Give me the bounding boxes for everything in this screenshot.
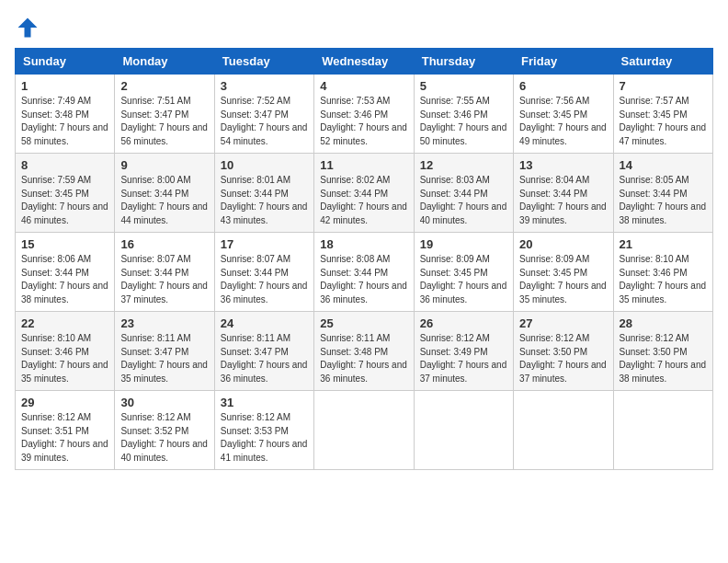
day-cell-16: 16Sunrise: 8:07 AMSunset: 3:44 PMDayligh… [115, 233, 214, 312]
day-cell-1: 1Sunrise: 7:49 AMSunset: 3:48 PMDaylight… [16, 75, 115, 154]
day-number: 1 [21, 79, 108, 93]
week-row-4: 22Sunrise: 8:10 AMSunset: 3:46 PMDayligh… [16, 312, 713, 391]
day-number: 24 [221, 316, 308, 330]
day-info: Sunrise: 8:04 AMSunset: 3:44 PMDaylight:… [519, 174, 607, 227]
day-info: Sunrise: 8:07 AMSunset: 3:44 PMDaylight:… [221, 253, 308, 306]
day-number: 3 [221, 79, 308, 93]
logo [15, 15, 44, 40]
day-info: Sunrise: 8:12 AMSunset: 3:49 PMDaylight:… [420, 332, 507, 385]
day-info: Sunrise: 8:11 AMSunset: 3:47 PMDaylight:… [120, 332, 208, 385]
header-friday: Friday [514, 49, 613, 75]
empty-cell [414, 391, 513, 470]
day-number: 29 [21, 396, 108, 409]
day-cell-18: 18Sunrise: 8:08 AMSunset: 3:44 PMDayligh… [314, 233, 414, 312]
day-number: 6 [519, 79, 607, 93]
day-cell-8: 8Sunrise: 7:59 AMSunset: 3:45 PMDaylight… [16, 154, 115, 233]
day-cell-31: 31Sunrise: 8:12 AMSunset: 3:53 PMDayligh… [214, 391, 313, 470]
day-cell-15: 15Sunrise: 8:06 AMSunset: 3:44 PMDayligh… [16, 233, 115, 312]
day-info: Sunrise: 8:00 AMSunset: 3:44 PMDaylight:… [120, 174, 208, 227]
day-cell-27: 27Sunrise: 8:12 AMSunset: 3:50 PMDayligh… [514, 312, 613, 391]
day-info: Sunrise: 8:05 AMSunset: 3:44 PMDaylight:… [620, 174, 707, 227]
day-number: 25 [320, 316, 407, 330]
day-number: 14 [620, 158, 707, 172]
day-info: Sunrise: 8:10 AMSunset: 3:46 PMDaylight:… [620, 253, 707, 306]
day-info: Sunrise: 7:59 AMSunset: 3:45 PMDaylight:… [21, 174, 108, 227]
day-info: Sunrise: 8:12 AMSunset: 3:51 PMDaylight:… [21, 411, 108, 465]
day-number: 16 [120, 237, 208, 251]
week-row-3: 15Sunrise: 8:06 AMSunset: 3:44 PMDayligh… [16, 233, 713, 312]
day-cell-30: 30Sunrise: 8:12 AMSunset: 3:52 PMDayligh… [115, 391, 214, 470]
day-cell-24: 24Sunrise: 8:11 AMSunset: 3:47 PMDayligh… [214, 312, 313, 391]
day-cell-25: 25Sunrise: 8:11 AMSunset: 3:48 PMDayligh… [314, 312, 414, 391]
day-number: 4 [320, 79, 407, 93]
day-number: 12 [420, 158, 507, 172]
header-sunday: Sunday [16, 49, 115, 75]
day-cell-23: 23Sunrise: 8:11 AMSunset: 3:47 PMDayligh… [115, 312, 214, 391]
day-number: 10 [221, 158, 308, 172]
day-info: Sunrise: 8:03 AMSunset: 3:44 PMDaylight:… [420, 174, 507, 227]
day-number: 19 [420, 237, 507, 251]
day-number: 11 [320, 158, 407, 172]
day-cell-10: 10Sunrise: 8:01 AMSunset: 3:44 PMDayligh… [214, 154, 313, 233]
day-number: 17 [221, 237, 308, 251]
week-row-2: 8Sunrise: 7:59 AMSunset: 3:45 PMDaylight… [16, 154, 713, 233]
day-number: 20 [519, 237, 607, 251]
day-info: Sunrise: 8:11 AMSunset: 3:48 PMDaylight:… [320, 332, 407, 385]
day-cell-21: 21Sunrise: 8:10 AMSunset: 3:46 PMDayligh… [613, 233, 712, 312]
day-cell-22: 22Sunrise: 8:10 AMSunset: 3:46 PMDayligh… [16, 312, 115, 391]
day-info: Sunrise: 8:01 AMSunset: 3:44 PMDaylight:… [221, 174, 308, 227]
day-number: 30 [120, 396, 208, 409]
day-info: Sunrise: 8:09 AMSunset: 3:45 PMDaylight:… [420, 253, 507, 306]
calendar-table: SundayMondayTuesdayWednesdayThursdayFrid… [15, 48, 713, 470]
day-cell-20: 20Sunrise: 8:09 AMSunset: 3:45 PMDayligh… [514, 233, 613, 312]
day-info: Sunrise: 7:56 AMSunset: 3:45 PMDaylight:… [519, 95, 607, 148]
day-cell-26: 26Sunrise: 8:12 AMSunset: 3:49 PMDayligh… [414, 312, 513, 391]
day-cell-7: 7Sunrise: 7:57 AMSunset: 3:45 PMDaylight… [613, 75, 712, 154]
day-number: 5 [420, 79, 507, 93]
empty-cell [613, 391, 712, 470]
day-cell-19: 19Sunrise: 8:09 AMSunset: 3:45 PMDayligh… [414, 233, 513, 312]
day-info: Sunrise: 8:07 AMSunset: 3:44 PMDaylight:… [120, 253, 208, 306]
day-cell-3: 3Sunrise: 7:52 AMSunset: 3:47 PMDaylight… [214, 75, 313, 154]
day-cell-12: 12Sunrise: 8:03 AMSunset: 3:44 PMDayligh… [414, 154, 513, 233]
day-cell-9: 9Sunrise: 8:00 AMSunset: 3:44 PMDaylight… [115, 154, 214, 233]
empty-cell [514, 391, 613, 470]
day-cell-14: 14Sunrise: 8:05 AMSunset: 3:44 PMDayligh… [613, 154, 712, 233]
day-number: 23 [120, 316, 208, 330]
day-cell-17: 17Sunrise: 8:07 AMSunset: 3:44 PMDayligh… [214, 233, 313, 312]
day-number: 13 [519, 158, 607, 172]
empty-cell [314, 391, 414, 470]
logo-icon [15, 15, 40, 40]
header-saturday: Saturday [613, 49, 712, 75]
svg-marker-0 [18, 18, 38, 38]
day-info: Sunrise: 8:08 AMSunset: 3:44 PMDaylight:… [320, 253, 407, 306]
day-number: 26 [420, 316, 507, 330]
header-thursday: Thursday [414, 49, 513, 75]
day-number: 28 [620, 316, 707, 330]
day-cell-13: 13Sunrise: 8:04 AMSunset: 3:44 PMDayligh… [514, 154, 613, 233]
page-header [15, 15, 713, 40]
day-cell-5: 5Sunrise: 7:55 AMSunset: 3:46 PMDaylight… [414, 75, 513, 154]
day-info: Sunrise: 8:12 AMSunset: 3:50 PMDaylight:… [519, 332, 607, 385]
header-wednesday: Wednesday [314, 49, 414, 75]
day-number: 31 [221, 396, 308, 409]
day-number: 9 [120, 158, 208, 172]
day-cell-29: 29Sunrise: 8:12 AMSunset: 3:51 PMDayligh… [16, 391, 115, 470]
day-info: Sunrise: 7:52 AMSunset: 3:47 PMDaylight:… [221, 95, 308, 148]
day-cell-2: 2Sunrise: 7:51 AMSunset: 3:47 PMDaylight… [115, 75, 214, 154]
week-row-1: 1Sunrise: 7:49 AMSunset: 3:48 PMDaylight… [16, 75, 713, 154]
day-info: Sunrise: 7:49 AMSunset: 3:48 PMDaylight:… [21, 95, 108, 148]
day-info: Sunrise: 8:12 AMSunset: 3:50 PMDaylight:… [620, 332, 707, 385]
day-info: Sunrise: 7:53 AMSunset: 3:46 PMDaylight:… [320, 95, 407, 148]
header-tuesday: Tuesday [214, 49, 313, 75]
day-info: Sunrise: 8:09 AMSunset: 3:45 PMDaylight:… [519, 253, 607, 306]
day-cell-28: 28Sunrise: 8:12 AMSunset: 3:50 PMDayligh… [613, 312, 712, 391]
day-info: Sunrise: 8:12 AMSunset: 3:52 PMDaylight:… [120, 411, 208, 465]
day-number: 21 [620, 237, 707, 251]
day-cell-4: 4Sunrise: 7:53 AMSunset: 3:46 PMDaylight… [314, 75, 414, 154]
week-row-5: 29Sunrise: 8:12 AMSunset: 3:51 PMDayligh… [16, 391, 713, 470]
day-number: 15 [21, 237, 108, 251]
day-info: Sunrise: 7:51 AMSunset: 3:47 PMDaylight:… [120, 95, 208, 148]
day-info: Sunrise: 7:55 AMSunset: 3:46 PMDaylight:… [420, 95, 507, 148]
day-info: Sunrise: 8:06 AMSunset: 3:44 PMDaylight:… [21, 253, 108, 306]
